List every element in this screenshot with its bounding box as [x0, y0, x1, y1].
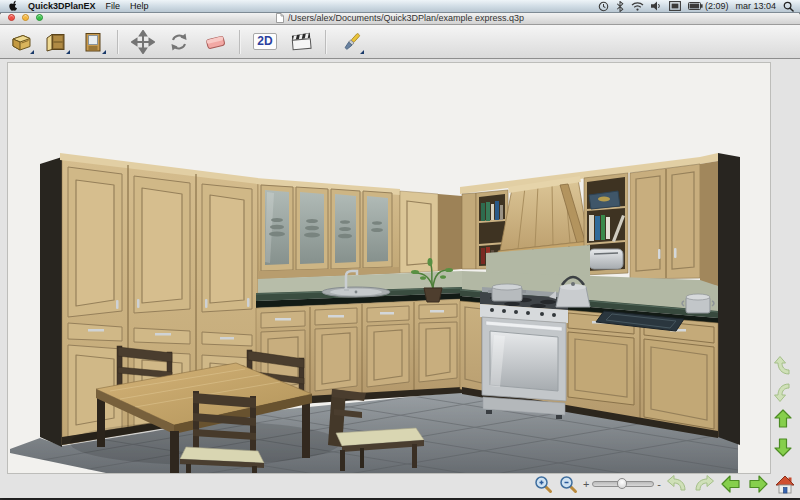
mode-2d-label: 2D — [253, 33, 276, 50]
app-window: /Users/alex/Documents/Quick3DPlan/exampl… — [0, 11, 800, 498]
silver-pot — [682, 294, 714, 313]
wifi-menu-icon[interactable] — [631, 1, 644, 11]
home-view-button[interactable] — [774, 474, 796, 495]
curved-arrow-down-icon — [773, 381, 793, 403]
rotate-tool[interactable] — [164, 28, 194, 56]
menu-help[interactable]: Help — [130, 1, 149, 11]
move-tool[interactable] — [128, 28, 158, 56]
wall-cabinet-tool[interactable] — [42, 28, 72, 56]
arrow-right-icon — [747, 473, 769, 495]
toolbar: 2D — [0, 25, 800, 59]
close-button[interactable] — [8, 14, 15, 21]
orbit-down-button[interactable] — [772, 382, 794, 402]
zoom-slider-thumb[interactable] — [617, 478, 627, 489]
rotate-right-button[interactable] — [693, 474, 715, 494]
pan-up-button[interactable] — [772, 408, 794, 430]
battery-time: (2:09) — [705, 1, 729, 11]
left-wall-end-panel — [40, 157, 62, 447]
dropdown-triangle — [30, 50, 34, 54]
tall-cabinet-tool[interactable] — [78, 28, 108, 56]
zoom-plus-label: + — [583, 479, 589, 489]
move-icon — [131, 30, 155, 54]
document-icon — [276, 13, 284, 23]
base-cabinet-tool[interactable] — [6, 28, 36, 56]
curved-arrow-right-icon — [693, 474, 715, 494]
toolbar-separator — [239, 30, 241, 54]
pan-left-button[interactable] — [720, 473, 742, 495]
clapperboard-icon — [289, 30, 314, 54]
battery-menu-item[interactable]: (2:09) — [688, 1, 729, 11]
eraser-tool[interactable] — [200, 28, 230, 56]
apple-menu[interactable] — [8, 0, 18, 13]
curved-arrow-left-icon — [666, 474, 688, 494]
time-machine-menu-icon[interactable] — [598, 1, 609, 12]
pan-down-button[interactable] — [772, 436, 794, 458]
display-menu-icon[interactable] — [669, 1, 681, 11]
mode-2d-tool[interactable]: 2D — [250, 28, 280, 56]
open-shelf-right — [584, 173, 628, 275]
menu-bar: Quick3DPlanEX File Help (2:09) mar 13:04 — [0, 0, 800, 13]
arrow-down-icon — [772, 436, 794, 458]
pan-right-button[interactable] — [747, 473, 769, 495]
battery-icon — [688, 2, 703, 10]
zoom-out-icon — [558, 474, 578, 494]
arrow-up-icon — [772, 408, 794, 430]
window-title: /Users/alex/Documents/Quick3DPlan/exampl… — [288, 13, 524, 23]
spotlight-icon[interactable] — [783, 1, 794, 12]
paint-tool[interactable] — [336, 28, 366, 56]
toolbar-separator — [117, 30, 119, 54]
kitchen-scene — [8, 63, 770, 473]
dropdown-triangle — [102, 50, 106, 54]
zoom-in-button[interactable] — [533, 474, 553, 494]
volume-menu-icon[interactable] — [651, 1, 662, 11]
rotate-left-button[interactable] — [666, 474, 688, 494]
dropdown-triangle — [66, 50, 70, 54]
zoom-button[interactable] — [36, 14, 43, 21]
eraser-icon — [203, 30, 228, 54]
rotate-icon — [167, 30, 191, 54]
curved-arrow-up-icon — [773, 355, 793, 377]
right-wall-end-panel — [718, 153, 740, 445]
dropdown-triangle — [360, 50, 364, 54]
zoom-slider[interactable]: + - — [583, 479, 661, 489]
orbit-up-button[interactable] — [772, 356, 794, 376]
arrow-left-icon — [720, 473, 742, 495]
apple-icon — [8, 0, 18, 11]
toaster — [589, 249, 623, 269]
zoom-minus-label: - — [657, 479, 661, 489]
movie-tool[interactable] — [286, 28, 316, 56]
viewport-3d[interactable] — [7, 62, 771, 474]
toolbar-separator — [325, 30, 327, 54]
zoom-slider-track[interactable] — [592, 481, 654, 487]
minimize-button[interactable] — [22, 14, 29, 21]
sink[interactable] — [322, 287, 390, 297]
camera-vertical-controls — [772, 356, 794, 458]
menu-file[interactable]: File — [106, 1, 121, 11]
app-name[interactable]: Quick3DPlanEX — [28, 1, 96, 11]
home-icon — [774, 474, 796, 495]
pot — [488, 284, 526, 301]
zoom-out-button[interactable] — [558, 474, 578, 494]
glass-wall-cabinets[interactable] — [256, 178, 400, 279]
menu-clock[interactable]: mar 13:04 — [735, 1, 776, 11]
zoom-in-icon — [533, 474, 553, 494]
bluetooth-menu-icon[interactable] — [616, 1, 624, 12]
view-controls-bar: + - — [0, 472, 800, 496]
title-bar[interactable]: /Users/alex/Documents/Quick3DPlan/exampl… — [0, 11, 800, 25]
